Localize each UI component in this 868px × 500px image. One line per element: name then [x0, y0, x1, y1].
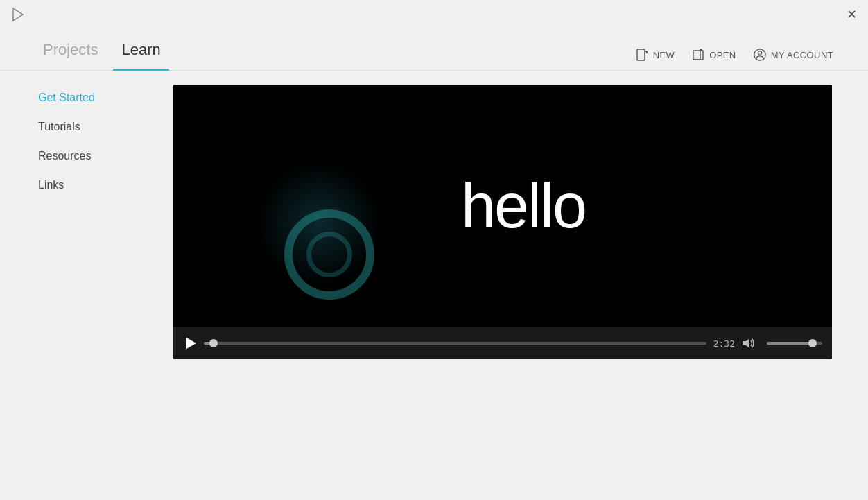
progress-thumb: [209, 339, 218, 347]
svg-rect-1: [637, 49, 645, 60]
volume-button[interactable]: [742, 337, 757, 350]
tab-projects[interactable]: Projects: [35, 41, 106, 71]
tab-learn[interactable]: Learn: [113, 41, 168, 71]
sidebar-item-tutorials[interactable]: Tutorials: [38, 121, 166, 133]
svg-rect-4: [693, 51, 700, 60]
sidebar: Get Started Tutorials Resources Links: [0, 71, 166, 500]
video-controls: 2:32: [173, 327, 832, 359]
nav-tabs: Projects Learn NEW OPEN: [0, 29, 868, 71]
svg-marker-0: [13, 8, 23, 21]
main-content: Get Started Tutorials Resources Links he…: [0, 71, 868, 500]
my-account-action[interactable]: MY ACCOUNT: [753, 48, 833, 62]
sidebar-item-get-started[interactable]: Get Started: [38, 92, 166, 104]
progress-bar[interactable]: [204, 342, 706, 345]
video-ring-inner: [306, 232, 352, 277]
top-bar: ✕: [0, 0, 868, 29]
new-file-icon: [635, 48, 649, 62]
svg-point-8: [758, 51, 761, 55]
video-area: hello 2:32: [166, 71, 868, 500]
open-action[interactable]: OPEN: [691, 48, 736, 62]
account-icon: [753, 48, 767, 62]
video-container: hello 2:32: [173, 85, 832, 359]
app-icon: [10, 7, 25, 25]
svg-marker-9: [743, 338, 749, 348]
volume-icon: [742, 337, 757, 350]
new-action[interactable]: NEW: [635, 48, 675, 62]
my-account-label: MY ACCOUNT: [771, 50, 833, 60]
volume-thumb: [808, 339, 817, 347]
close-button[interactable]: ✕: [847, 8, 857, 21]
open-file-icon: [691, 48, 705, 62]
header-actions: NEW OPEN MY ACCOUNT: [635, 48, 833, 62]
open-label: OPEN: [709, 50, 736, 60]
play-button[interactable]: [183, 336, 197, 350]
sidebar-item-resources[interactable]: Resources: [38, 150, 166, 162]
video-screen[interactable]: hello: [173, 85, 832, 327]
volume-bar[interactable]: [767, 342, 822, 345]
time-display: 2:32: [713, 338, 735, 349]
sidebar-item-links[interactable]: Links: [38, 179, 166, 191]
play-icon: [186, 338, 196, 349]
volume-fill: [767, 342, 812, 345]
new-label: NEW: [653, 50, 675, 60]
video-hello-text: hello: [461, 171, 586, 242]
